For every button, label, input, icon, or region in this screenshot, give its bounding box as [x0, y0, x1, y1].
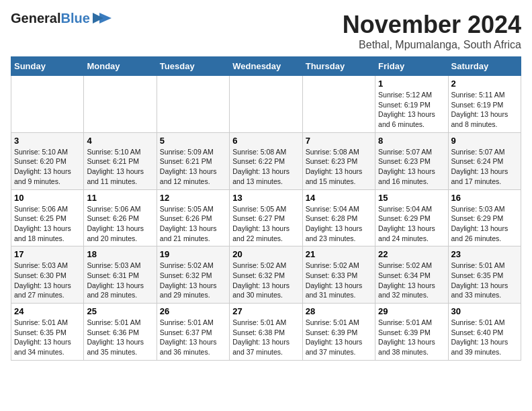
weekday-header-tuesday: Tuesday [157, 57, 229, 76]
day-detail: Sunrise: 5:01 AM Sunset: 6:40 PM Dayligh… [451, 318, 518, 357]
day-number: 2 [451, 79, 518, 89]
day-number: 26 [160, 306, 226, 316]
title-area: November 2024 Bethal, Mpumalanga, South … [343, 11, 521, 51]
day-cell [11, 76, 84, 133]
day-detail: Sunrise: 5:08 AM Sunset: 6:22 PM Dayligh… [232, 147, 299, 187]
day-cell: 1Sunrise: 5:12 AM Sunset: 6:19 PM Daylig… [375, 76, 448, 133]
day-cell: 9Sunrise: 5:07 AM Sunset: 6:24 PM Daylig… [448, 132, 521, 189]
day-cell: 21Sunrise: 5:02 AM Sunset: 6:33 PM Dayli… [302, 246, 375, 304]
day-detail: Sunrise: 5:10 AM Sunset: 6:20 PM Dayligh… [14, 147, 81, 187]
day-detail: Sunrise: 5:02 AM Sunset: 6:34 PM Dayligh… [378, 261, 445, 300]
day-number: 11 [87, 193, 153, 203]
day-detail: Sunrise: 5:08 AM Sunset: 6:23 PM Dayligh… [306, 147, 372, 187]
week-row-5: 24Sunrise: 5:01 AM Sunset: 6:35 PM Dayli… [11, 304, 521, 361]
week-row-1: 1Sunrise: 5:12 AM Sunset: 6:19 PM Daylig… [11, 76, 521, 133]
day-cell: 23Sunrise: 5:01 AM Sunset: 6:35 PM Dayli… [448, 246, 521, 304]
day-cell: 18Sunrise: 5:03 AM Sunset: 6:31 PM Dayli… [84, 246, 157, 304]
day-cell: 20Sunrise: 5:02 AM Sunset: 6:32 PM Dayli… [230, 246, 302, 304]
day-number: 14 [306, 193, 372, 203]
day-cell [230, 76, 302, 133]
day-detail: Sunrise: 5:12 AM Sunset: 6:19 PM Dayligh… [378, 90, 445, 130]
day-cell: 6Sunrise: 5:08 AM Sunset: 6:22 PM Daylig… [230, 132, 302, 189]
location-title: Bethal, Mpumalanga, South Africa [343, 39, 521, 51]
day-number: 1 [378, 79, 445, 89]
day-number: 12 [160, 193, 226, 203]
day-cell: 14Sunrise: 5:04 AM Sunset: 6:28 PM Dayli… [302, 189, 375, 246]
day-number: 8 [378, 136, 445, 146]
day-cell: 15Sunrise: 5:04 AM Sunset: 6:29 PM Dayli… [375, 189, 448, 246]
weekday-header-saturday: Saturday [448, 57, 521, 76]
day-detail: Sunrise: 5:02 AM Sunset: 6:33 PM Dayligh… [306, 261, 372, 300]
day-cell: 11Sunrise: 5:06 AM Sunset: 6:26 PM Dayli… [84, 189, 157, 246]
day-number: 27 [232, 306, 299, 316]
day-detail: Sunrise: 5:07 AM Sunset: 6:23 PM Dayligh… [378, 147, 445, 187]
day-detail: Sunrise: 5:01 AM Sunset: 6:38 PM Dayligh… [232, 318, 299, 357]
day-detail: Sunrise: 5:04 AM Sunset: 6:29 PM Dayligh… [378, 204, 445, 244]
day-cell: 28Sunrise: 5:01 AM Sunset: 6:39 PM Dayli… [302, 304, 375, 361]
day-detail: Sunrise: 5:01 AM Sunset: 6:35 PM Dayligh… [451, 261, 518, 300]
day-detail: Sunrise: 5:07 AM Sunset: 6:24 PM Dayligh… [451, 147, 518, 187]
day-number: 19 [160, 249, 226, 259]
week-row-3: 10Sunrise: 5:06 AM Sunset: 6:25 PM Dayli… [11, 189, 521, 246]
day-number: 20 [232, 249, 299, 259]
day-number: 30 [451, 306, 518, 316]
day-detail: Sunrise: 5:09 AM Sunset: 6:21 PM Dayligh… [160, 147, 226, 187]
day-cell: 10Sunrise: 5:06 AM Sunset: 6:25 PM Dayli… [11, 189, 84, 246]
weekday-header-thursday: Thursday [302, 57, 375, 76]
day-number: 6 [232, 136, 299, 146]
day-number: 7 [306, 136, 372, 146]
day-cell: 8Sunrise: 5:07 AM Sunset: 6:23 PM Daylig… [375, 132, 448, 189]
day-cell: 4Sunrise: 5:10 AM Sunset: 6:21 PM Daylig… [84, 132, 157, 189]
week-row-4: 17Sunrise: 5:03 AM Sunset: 6:30 PM Dayli… [11, 246, 521, 304]
day-cell: 30Sunrise: 5:01 AM Sunset: 6:40 PM Dayli… [448, 304, 521, 361]
day-detail: Sunrise: 5:01 AM Sunset: 6:37 PM Dayligh… [160, 318, 226, 357]
day-cell: 16Sunrise: 5:03 AM Sunset: 6:29 PM Dayli… [448, 189, 521, 246]
day-detail: Sunrise: 5:04 AM Sunset: 6:28 PM Dayligh… [306, 204, 372, 244]
day-number: 21 [306, 249, 372, 259]
weekday-header-friday: Friday [375, 57, 448, 76]
day-cell: 5Sunrise: 5:09 AM Sunset: 6:21 PM Daylig… [157, 132, 229, 189]
day-cell: 22Sunrise: 5:02 AM Sunset: 6:34 PM Dayli… [375, 246, 448, 304]
day-detail: Sunrise: 5:03 AM Sunset: 6:31 PM Dayligh… [87, 261, 153, 300]
day-detail: Sunrise: 5:02 AM Sunset: 6:32 PM Dayligh… [160, 261, 226, 300]
day-number: 4 [87, 136, 153, 146]
day-number: 24 [14, 306, 81, 316]
logo-text: GeneralBlue [11, 11, 90, 26]
day-cell [157, 76, 229, 133]
day-number: 15 [378, 193, 445, 203]
day-cell: 29Sunrise: 5:01 AM Sunset: 6:39 PM Dayli… [375, 304, 448, 361]
day-cell: 17Sunrise: 5:03 AM Sunset: 6:30 PM Dayli… [11, 246, 84, 304]
day-cell: 26Sunrise: 5:01 AM Sunset: 6:37 PM Dayli… [157, 304, 229, 361]
day-number: 16 [451, 193, 518, 203]
weekday-header-monday: Monday [84, 57, 157, 76]
day-number: 13 [232, 193, 299, 203]
day-detail: Sunrise: 5:01 AM Sunset: 6:39 PM Dayligh… [378, 318, 445, 357]
day-number: 22 [378, 249, 445, 259]
day-number: 28 [306, 306, 372, 316]
day-number: 3 [14, 136, 81, 146]
day-number: 9 [451, 136, 518, 146]
day-detail: Sunrise: 5:05 AM Sunset: 6:27 PM Dayligh… [232, 204, 299, 244]
weekday-header-sunday: Sunday [11, 57, 84, 76]
month-title: November 2024 [343, 11, 521, 39]
day-number: 10 [14, 193, 81, 203]
day-detail: Sunrise: 5:10 AM Sunset: 6:21 PM Dayligh… [87, 147, 153, 187]
day-cell: 24Sunrise: 5:01 AM Sunset: 6:35 PM Dayli… [11, 304, 84, 361]
day-number: 29 [378, 306, 445, 316]
day-cell: 12Sunrise: 5:05 AM Sunset: 6:26 PM Dayli… [157, 189, 229, 246]
day-detail: Sunrise: 5:03 AM Sunset: 6:29 PM Dayligh… [451, 204, 518, 244]
day-detail: Sunrise: 5:01 AM Sunset: 6:39 PM Dayligh… [306, 318, 372, 357]
logo: GeneralBlue [11, 11, 112, 26]
day-detail: Sunrise: 5:02 AM Sunset: 6:32 PM Dayligh… [232, 261, 299, 300]
day-detail: Sunrise: 5:03 AM Sunset: 6:30 PM Dayligh… [14, 261, 81, 300]
day-number: 18 [87, 249, 153, 259]
day-cell: 7Sunrise: 5:08 AM Sunset: 6:23 PM Daylig… [302, 132, 375, 189]
day-detail: Sunrise: 5:01 AM Sunset: 6:35 PM Dayligh… [14, 318, 81, 357]
day-detail: Sunrise: 5:06 AM Sunset: 6:26 PM Dayligh… [87, 204, 153, 244]
day-detail: Sunrise: 5:05 AM Sunset: 6:26 PM Dayligh… [160, 204, 226, 244]
weekday-header-row: SundayMondayTuesdayWednesdayThursdayFrid… [11, 57, 521, 76]
day-detail: Sunrise: 5:11 AM Sunset: 6:19 PM Dayligh… [451, 90, 518, 130]
day-cell: 27Sunrise: 5:01 AM Sunset: 6:38 PM Dayli… [230, 304, 302, 361]
page-header: GeneralBlue November 2024 Bethal, Mpumal… [11, 11, 521, 51]
day-number: 25 [87, 306, 153, 316]
